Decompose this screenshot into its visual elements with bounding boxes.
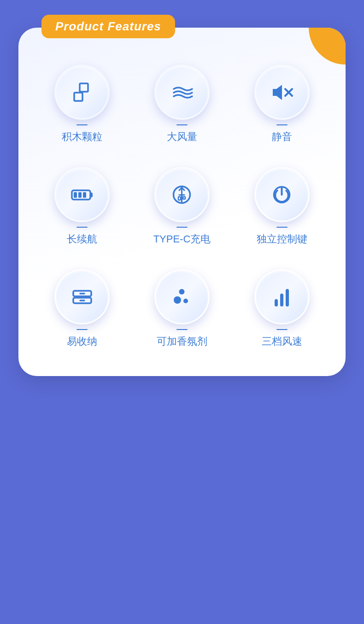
feature-dash	[76, 227, 88, 228]
feature-dash	[176, 124, 188, 125]
corner-decoration	[309, 28, 346, 65]
feature-label-long-battery: 长续航	[67, 232, 97, 246]
icon-compact	[54, 269, 110, 324]
speed-icon	[269, 284, 294, 310]
svg-rect-11	[178, 197, 181, 200]
feature-long-battery: 长续航	[37, 167, 128, 246]
feature-building-blocks: 积木颗粒	[37, 65, 128, 144]
icon-three-speed	[254, 269, 310, 324]
icon-long-battery	[54, 167, 110, 222]
icon-high-airflow	[154, 65, 210, 120]
svg-rect-23	[286, 289, 289, 306]
usb-icon	[169, 182, 194, 207]
feature-high-airflow: 大风量	[137, 65, 228, 144]
feature-dash	[176, 329, 188, 330]
svg-marker-2	[273, 85, 282, 100]
svg-rect-12	[183, 197, 185, 199]
wind-icon	[169, 80, 194, 105]
feature-label-high-airflow: 大风量	[167, 130, 197, 144]
svg-point-19	[174, 296, 181, 304]
feature-dash	[276, 227, 288, 228]
feature-label-compact: 易收纳	[67, 335, 97, 348]
svg-rect-21	[275, 299, 278, 306]
svg-rect-8	[78, 192, 82, 198]
svg-rect-1	[74, 93, 82, 101]
fragrance-icon	[169, 284, 194, 310]
feature-silent: 静音	[236, 65, 327, 144]
feature-label-building-blocks: 积木颗粒	[62, 130, 102, 144]
header-badge: Product Features	[41, 15, 175, 38]
feature-dash	[176, 227, 188, 228]
feature-type-c: TYPE-C充电	[137, 167, 228, 246]
feature-label-fragrance: 可加香氛剂	[157, 335, 207, 348]
feature-dash	[276, 329, 288, 330]
page-wrapper: Product Features 积木颗粒	[0, 0, 364, 624]
power-icon	[269, 182, 294, 207]
svg-rect-22	[280, 294, 283, 306]
icon-type-c	[154, 167, 210, 222]
svg-rect-6	[90, 193, 93, 197]
mute-icon	[269, 80, 294, 105]
icon-silent	[254, 65, 310, 120]
icon-building-blocks	[54, 65, 110, 120]
feature-label-control-key: 独立控制键	[257, 232, 307, 246]
feature-fragrance: 可加香氛剂	[137, 269, 228, 348]
feature-dash	[76, 329, 88, 330]
icon-fragrance	[154, 269, 210, 324]
feature-compact: 易收纳	[37, 269, 128, 348]
features-grid: 积木颗粒 大风量	[37, 65, 327, 348]
battery-icon	[70, 182, 95, 207]
svg-rect-7	[74, 192, 77, 198]
feature-three-speed: 三档风速	[236, 269, 327, 348]
svg-point-20	[183, 299, 188, 303]
feature-label-three-speed: 三档风速	[262, 335, 302, 348]
storage-icon	[70, 284, 95, 310]
feature-label-type-c: TYPE-C充电	[153, 232, 211, 246]
feature-dash	[276, 124, 288, 125]
feature-dash	[76, 124, 88, 125]
svg-rect-0	[80, 83, 88, 92]
feature-control-key: 独立控制键	[236, 167, 327, 246]
features-card: Product Features 积木颗粒	[18, 28, 346, 376]
svg-rect-9	[83, 192, 86, 198]
icon-control-key	[254, 167, 310, 222]
blocks-icon	[70, 80, 95, 105]
svg-point-18	[179, 289, 185, 294]
feature-label-silent: 静音	[272, 130, 292, 144]
